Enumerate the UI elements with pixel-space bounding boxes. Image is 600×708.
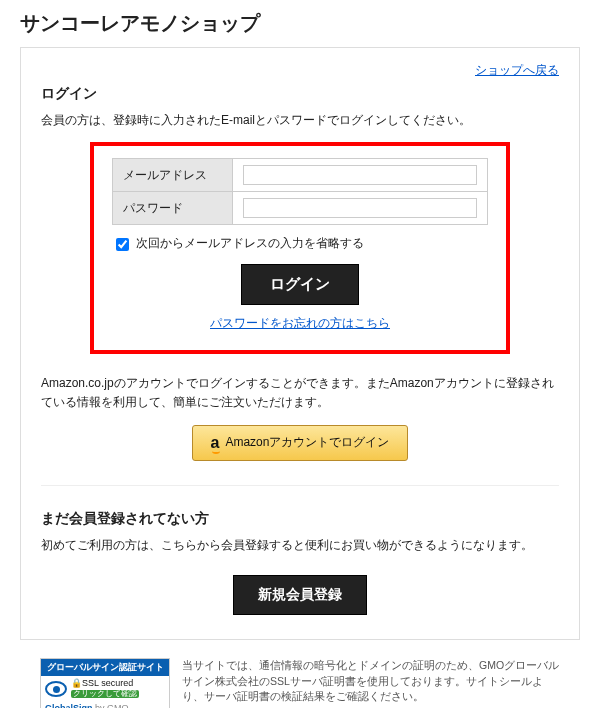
page-title: サンコーレアモノショップ [20, 10, 580, 37]
amazon-logo-icon: a [211, 434, 220, 452]
login-description: 会員の方は、登録時に入力されたE-mailとパスワードでログインしてください。 [41, 111, 559, 130]
email-label: メールアドレス [113, 159, 233, 192]
register-section-title: まだ会員登録されてない方 [41, 510, 559, 528]
forgot-password-link[interactable]: パスワードをお忘れの方はこちら [210, 316, 390, 330]
login-button[interactable]: ログイン [241, 264, 359, 305]
globalsign-eye-icon [45, 681, 67, 697]
ssl-seal[interactable]: グローバルサイン認証サイト 🔒SSL secured クリックして確認 Glob… [40, 658, 170, 708]
register-button[interactable]: 新規会員登録 [233, 575, 367, 615]
back-to-shop-link[interactable]: ショップへ戻る [475, 63, 559, 77]
seal-gmo: by GMO [95, 703, 129, 708]
divider [41, 485, 559, 486]
login-form-table: メールアドレス パスワード [112, 158, 488, 225]
login-section-title: ログイン [41, 85, 559, 103]
amazon-description: Amazon.co.jpのアカウントでログインすることができます。またAmazo… [41, 374, 559, 412]
lock-icon: 🔒 [71, 678, 82, 688]
password-input[interactable] [243, 198, 477, 218]
email-input[interactable] [243, 165, 477, 185]
footer-text: 当サイトでは、通信情報の暗号化とドメインの証明のため、GMOグローバルサイン株式… [182, 658, 560, 705]
remember-checkbox[interactable] [116, 238, 129, 251]
seal-brand: GlobalSign [45, 703, 93, 708]
amazon-login-button[interactable]: a Amazonアカウントでログイン [192, 425, 409, 461]
remember-label-wrap[interactable]: 次回からメールアドレスの入力を省略する [116, 236, 364, 250]
password-label: パスワード [113, 192, 233, 225]
login-panel: ショップへ戻る ログイン 会員の方は、登録時に入力されたE-mailとパスワード… [20, 47, 580, 640]
register-description: 初めてご利用の方は、こちらから会員登録すると便利にお買い物ができるようになります… [41, 536, 559, 555]
footer: グローバルサイン認証サイト 🔒SSL secured クリックして確認 Glob… [40, 658, 560, 708]
amazon-button-label: Amazonアカウントでログイン [225, 434, 389, 451]
seal-top-label: グローバルサイン認証サイト [41, 659, 169, 676]
seal-click-label: クリックして確認 [71, 690, 139, 699]
remember-label: 次回からメールアドレスの入力を省略する [136, 236, 364, 250]
login-form-box: メールアドレス パスワード 次回からメールアドレスの入力を省略する ログイン パ… [90, 142, 510, 354]
seal-ssl-label: SSL secured [82, 678, 133, 688]
